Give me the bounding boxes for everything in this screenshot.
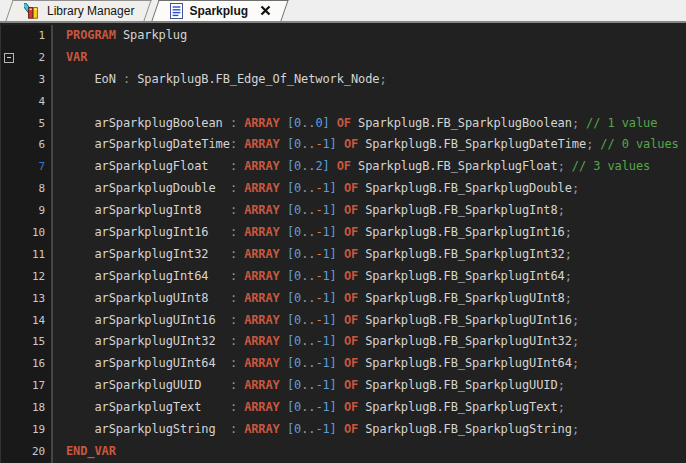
token-pu: ..	[301, 400, 315, 414]
code-line[interactable]: 13 arSparkplugUInt8 : ARRAY [0..-1] OF S…	[0, 288, 686, 310]
token-nu: [0	[287, 269, 301, 283]
code-text[interactable]: arSparkplugFloat : ARRAY [0..2] OF Spark…	[53, 156, 650, 178]
token-nu: 1]	[323, 291, 337, 305]
code-line[interactable]: 17 arSparkplugUUID : ARRAY [0..-1] OF Sp…	[0, 375, 686, 397]
code-line[interactable]: 8 arSparkplugDouble : ARRAY [0..-1] OF S…	[0, 178, 686, 200]
code-line[interactable]: 6 arSparkplugDateTime: ARRAY [0..-1] OF …	[0, 134, 686, 156]
tab-sparkplug[interactable]: Sparkplug	[155, 0, 285, 21]
code-line[interactable]: 12 arSparkplugInt64 : ARRAY [0..-1] OF S…	[0, 266, 686, 288]
code-line[interactable]: 2VAR	[0, 47, 686, 69]
token-kw: OF	[344, 247, 358, 261]
token-pl	[280, 116, 287, 130]
token-kw: OF	[344, 400, 358, 414]
token-pl: SparkplugB.FB_SparkplugUUID	[358, 378, 558, 392]
code-line[interactable]: 3 EoN : SparkplugB.FB_Edge_Of_Network_No…	[0, 69, 686, 91]
token-pl	[280, 422, 287, 436]
token-pu: ..	[301, 422, 315, 436]
token-pl	[330, 116, 337, 130]
code-text[interactable]: END_VAR	[53, 441, 116, 463]
token-pl: SparkplugB.FB_SparkplugInt8	[358, 203, 558, 217]
token-pu: ..	[301, 137, 315, 151]
tab-library-manager[interactable]: Library Manager	[9, 0, 148, 21]
code-text[interactable]: arSparkplugInt8 : ARRAY [0..-1] OF Spark…	[53, 200, 565, 222]
code-text[interactable]: arSparkplugBoolean : ARRAY [0..0] OF Spa…	[53, 113, 657, 135]
token-kw: OF	[344, 203, 358, 217]
code-line[interactable]: 5 arSparkplugBoolean : ARRAY [0..0] OF S…	[0, 113, 686, 135]
gutter-cell: 9	[0, 200, 53, 222]
token-kw: ARRAY	[244, 247, 280, 261]
gutter-cell: 17	[0, 375, 53, 397]
code-line[interactable]: 19 arSparkplugString : ARRAY [0..-1] OF …	[0, 419, 686, 441]
token-kw: ARRAY	[244, 116, 280, 130]
token-kw: OF	[344, 181, 358, 195]
token-pl	[280, 203, 287, 217]
token-nu: [0	[287, 247, 301, 261]
code-text[interactable]: EoN : SparkplugB.FB_Edge_Of_Network_Node…	[53, 69, 387, 91]
code-text[interactable]: arSparkplugInt32 : ARRAY [0..-1] OF Spar…	[53, 244, 572, 266]
gutter-cell: 8	[0, 178, 53, 200]
code-text[interactable]: arSparkplugInt64 : ARRAY [0..-1] OF Spar…	[53, 266, 572, 288]
gutter-cell: 18	[0, 397, 53, 419]
code-text[interactable]: arSparkplugUUID : ARRAY [0..-1] OF Spark…	[53, 375, 565, 397]
token-nu: [0	[287, 334, 301, 348]
gutter-cell: 12	[0, 266, 53, 288]
code-line[interactable]: 15 arSparkplugUInt32 : ARRAY [0..-1] OF …	[0, 331, 686, 353]
code-text[interactable]: VAR	[53, 47, 87, 69]
line-number: 9	[38, 204, 45, 217]
fold-collapse-icon[interactable]	[4, 53, 14, 63]
token-pu: ;	[572, 334, 579, 348]
token-mi: -	[315, 313, 322, 327]
token-kw: END_VAR	[66, 444, 116, 458]
token-pl: Sparkplug	[116, 28, 187, 42]
token-pu: ;	[572, 313, 579, 327]
token-pu: :	[230, 269, 244, 283]
token-kw: ARRAY	[244, 269, 280, 283]
code-line[interactable]: 9 arSparkplugInt8 : ARRAY [0..-1] OF Spa…	[0, 200, 686, 222]
code-text[interactable]: arSparkplugString : ARRAY [0..-1] OF Spa…	[53, 419, 579, 441]
token-pl: arSparkplugInt8	[66, 203, 230, 217]
code-text[interactable]: arSparkplugUInt64 : ARRAY [0..-1] OF Spa…	[53, 353, 579, 375]
token-nu: 1]	[323, 247, 337, 261]
token-pu: ;	[565, 225, 572, 239]
code-line[interactable]: 1PROGRAM Sparkplug	[0, 25, 686, 47]
code-text[interactable]: arSparkplugInt16 : ARRAY [0..-1] OF Spar…	[53, 222, 572, 244]
code-line[interactable]: 7 arSparkplugFloat : ARRAY [0..2] OF Spa…	[0, 156, 686, 178]
token-kw: ARRAY	[244, 225, 280, 239]
code-line[interactable]: 20END_VAR	[0, 441, 686, 463]
token-pu: ..	[301, 203, 315, 217]
token-nu: 0]	[315, 116, 329, 130]
code-text[interactable]: PROGRAM Sparkplug	[53, 25, 187, 47]
token-pu: ..	[301, 291, 315, 305]
token-pl: arSparkplugString	[66, 422, 230, 436]
token-nu: [0	[287, 356, 301, 370]
code-text[interactable]: arSparkplugDateTime: ARRAY [0..-1] OF Sp…	[53, 134, 679, 156]
code-line[interactable]: 14 arSparkplugUInt16 : ARRAY [0..-1] OF …	[0, 310, 686, 332]
code-text[interactable]: arSparkplugDouble : ARRAY [0..-1] OF Spa…	[53, 178, 579, 200]
token-pl	[280, 225, 287, 239]
code-text[interactable]	[53, 91, 66, 113]
token-kw: ARRAY	[244, 356, 280, 370]
token-pu: ..	[301, 356, 315, 370]
token-co: // 0 values	[593, 137, 679, 151]
code-line[interactable]: 18 arSparkplugText : ARRAY [0..-1] OF Sp…	[0, 397, 686, 419]
code-line[interactable]: 10 arSparkplugInt16 : ARRAY [0..-1] OF S…	[0, 222, 686, 244]
token-pl: SparkplugB.FB_SparkplugUInt8	[358, 291, 565, 305]
code-line[interactable]: 11 arSparkplugInt32 : ARRAY [0..-1] OF S…	[0, 244, 686, 266]
code-line[interactable]: 4	[0, 91, 686, 113]
token-kw: ARRAY	[244, 313, 280, 327]
code-line[interactable]: 16 arSparkplugUInt64 : ARRAY [0..-1] OF …	[0, 353, 686, 375]
close-icon[interactable]	[260, 5, 271, 16]
token-pu: :	[230, 313, 244, 327]
token-pu: ;	[572, 422, 579, 436]
token-pu: :	[230, 291, 244, 305]
token-kw: OF	[337, 159, 351, 173]
token-pu: ;	[558, 159, 565, 173]
code-text[interactable]: arSparkplugText : ARRAY [0..-1] OF Spark…	[53, 397, 565, 419]
code-text[interactable]: arSparkplugUInt8 : ARRAY [0..-1] OF Spar…	[53, 288, 572, 310]
token-pu: :	[230, 137, 244, 151]
token-pu: ;	[572, 356, 579, 370]
code-text[interactable]: arSparkplugUInt16 : ARRAY [0..-1] OF Spa…	[53, 310, 579, 332]
line-number: 1	[38, 29, 45, 42]
code-text[interactable]: arSparkplugUInt32 : ARRAY [0..-1] OF Spa…	[53, 331, 579, 353]
token-pl	[337, 291, 344, 305]
